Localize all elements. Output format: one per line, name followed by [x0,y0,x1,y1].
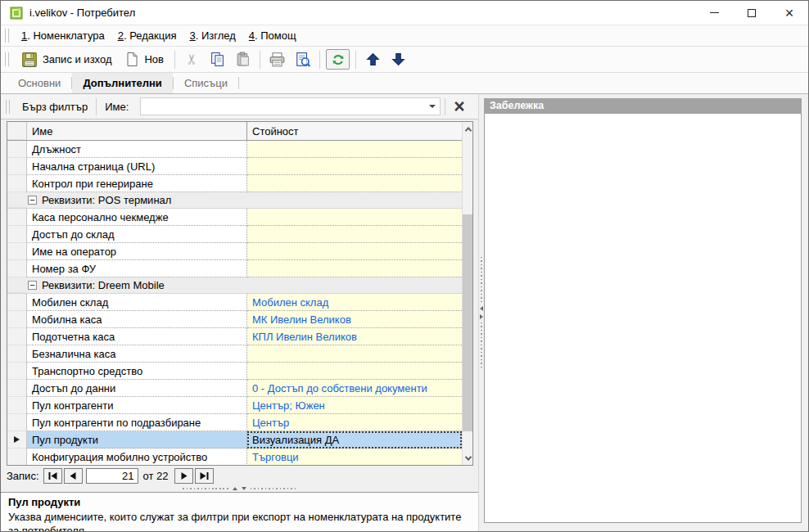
grid-body: ДлъжностНачална страница (URL)Контрол пр… [7,141,462,465]
tab-separator [238,77,239,89]
scroll-up-button[interactable] [463,122,473,136]
horizontal-splitter[interactable] [1,485,478,492]
menu-item-2[interactable]: 2. Редакция [111,26,183,45]
cell-name[interactable]: Подотчетна каса [27,328,247,345]
save-and-exit-button[interactable]: Запис и изход [15,49,118,70]
toolbar-grip[interactable] [5,52,9,66]
close-button[interactable]: × [771,1,808,25]
grid-row[interactable]: Име на оператор [7,243,462,260]
grid-row[interactable]: Безналична каса [7,345,462,363]
paste-button[interactable] [230,48,255,70]
cell-value[interactable] [247,175,462,192]
chevron-down-icon[interactable] [429,105,436,108]
grid-row[interactable]: Пул контрагентиЦентър; Южен [7,397,462,414]
cell-value[interactable] [247,260,462,277]
menu-item-1[interactable]: 1. Номенклатура [15,26,111,45]
cell-name[interactable]: Пул контрагенти [27,397,247,414]
cell-name[interactable]: Достъп до склад [27,226,247,243]
cell-value[interactable]: Визуализация ДА [247,431,462,449]
name-filter-combobox[interactable] [140,97,441,115]
cell-name[interactable]: Безналична каса [27,345,247,363]
grid-row[interactable]: Длъжност [7,141,462,158]
menu-item-3[interactable]: 3. Изглед [183,26,242,45]
move-down-button[interactable] [386,48,411,70]
grid-row[interactable]: Транспортно средство [7,363,462,380]
move-up-button[interactable] [360,48,386,70]
cell-name[interactable]: Достъп до данни [27,380,247,397]
previous-record-button[interactable] [64,468,83,484]
minimize-button[interactable] [695,1,733,25]
cell-value[interactable] [247,141,462,158]
grid-row[interactable]: Конфигурация мобилно устройствоТърговци [7,449,462,465]
tab-dopalnitelni[interactable]: Допълнителни [72,73,173,93]
column-header-name[interactable]: Име [27,122,247,140]
cell-name[interactable]: Име на оператор [27,243,247,260]
cell-value[interactable] [247,345,462,363]
last-record-button[interactable] [195,468,214,484]
grid-row[interactable]: Номер за ФУ [7,260,462,277]
cell-name[interactable]: Конфигурация мобилно устройство [27,449,247,465]
cut-button[interactable]: ✂ [179,48,205,70]
grid-row[interactable]: Мобилен складМобилен склад [7,294,462,311]
cell-value[interactable]: Център [247,414,462,431]
scrollbar-thumb[interactable] [463,214,473,431]
cell-value[interactable] [247,363,462,380]
cell-name[interactable]: Контрол при генериране [27,175,247,192]
print-preview-button[interactable] [290,48,315,70]
cell-name[interactable]: Начална страница (URL) [27,158,247,175]
menu-item-label: . Помощ [255,29,296,42]
cell-value[interactable]: 0 - Достъп до собствени документи [247,380,462,397]
cell-name[interactable]: Номер за ФУ [27,260,247,277]
grid-row[interactable]: Достъп до склад [7,226,462,243]
tab-osnovni[interactable]: Основни [7,73,71,93]
refresh-button[interactable] [326,49,350,70]
grid-row[interactable]: Начална страница (URL) [7,158,462,175]
cell-name[interactable]: Транспортно средство [27,363,247,380]
cell-value[interactable]: КПЛ Ивелин Великов [247,328,462,345]
vertical-splitter[interactable] [478,94,484,531]
cell-name[interactable]: Мобилна каса [27,311,247,328]
collapse-button[interactable]: − [28,281,37,290]
cell-value[interactable] [247,226,462,243]
menubar-grip[interactable] [5,29,9,43]
cell-value[interactable] [247,158,462,175]
scroll-down-button[interactable] [463,451,473,465]
cell-value[interactable]: Търговци [247,449,462,465]
grid-row[interactable]: Подотчетна касаКПЛ Ивелин Великов [7,328,462,345]
cell-value[interactable]: Център; Южен [247,397,462,414]
cell-value[interactable]: МК Ивелин Великов [247,311,462,328]
tab-spisaci[interactable]: Списъци [174,73,238,93]
cell-name[interactable]: Каса персонално чекмедже [27,209,247,226]
grid-row[interactable]: Пул продуктиВизуализация ДА [7,431,462,449]
column-header-value[interactable]: Стойност [247,122,462,140]
grid-row[interactable]: Каса персонално чекмедже [7,209,462,226]
filterbar-grip[interactable] [6,100,10,114]
first-record-button[interactable] [43,468,62,484]
clear-filter-button[interactable]: × [447,96,472,117]
next-record-button[interactable] [174,468,193,484]
cell-name[interactable]: Длъжност [27,141,247,158]
group-row[interactable]: −Реквизити: POS терминал [7,192,462,209]
grid-row[interactable]: Достъп до данни0 - Достъп до собствени д… [7,380,462,397]
grid-row[interactable]: Пул контрагенти по подразбиранеЦентър [7,414,462,431]
notes-textarea[interactable] [484,114,802,523]
group-row[interactable]: −Реквизити: Dreem Mobile [7,277,462,294]
cell-value[interactable] [247,209,462,226]
close-icon: × [785,6,794,20]
cell-name[interactable]: Мобилен склад [27,294,247,311]
cell-name[interactable]: Пул контрагенти по подразбиране [27,414,247,431]
name-filter-input[interactable] [141,99,429,114]
collapse-button[interactable]: − [28,196,37,205]
menu-item-4[interactable]: 4. Помощ [242,26,303,45]
copy-button[interactable] [205,48,230,70]
print-button[interactable] [264,48,290,70]
maximize-button[interactable] [733,1,771,25]
cell-name[interactable]: Пул продукти [27,431,247,449]
cell-value[interactable]: Мобилен склад [247,294,462,311]
grid-row[interactable]: Контрол при генериране [7,175,462,192]
current-record-input[interactable] [86,468,138,484]
vertical-scrollbar[interactable] [462,122,472,465]
grid-row[interactable]: Мобилна касаМК Ивелин Великов [7,311,462,328]
new-button[interactable]: Нов [118,49,170,70]
cell-value[interactable] [247,243,462,260]
